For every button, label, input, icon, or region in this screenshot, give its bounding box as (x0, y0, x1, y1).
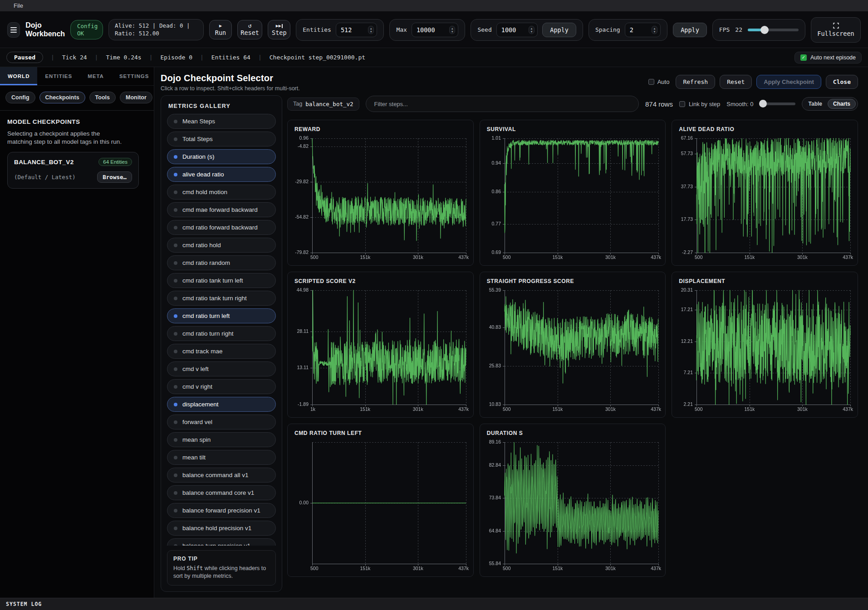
spinner-arrows-icon[interactable]: ▴▾ (368, 26, 374, 34)
metric-label: balance turn precision v1 (182, 542, 250, 546)
metric-dot-icon (174, 332, 177, 336)
metric-item-mean-tilt[interactable]: mean tilt (167, 450, 276, 465)
chip-tools[interactable]: Tools (89, 92, 116, 103)
chart-canvas-straight-progress-score (483, 286, 662, 415)
max-stepper[interactable]: ▴▾ (412, 23, 459, 37)
metric-dot-icon (174, 279, 177, 283)
chart-canvas-displacement (675, 286, 854, 415)
pro-tip-box: PRO TIP Hold Shift while clicking header… (167, 550, 276, 586)
metric-item-cmd-ratio-forward-backward[interactable]: cmd ratio forward backward (167, 220, 276, 235)
menubar: File (0, 0, 868, 12)
spacing-apply-button[interactable]: Apply (673, 23, 707, 37)
refresh-button[interactable]: Refresh (676, 75, 715, 89)
tab-entities[interactable]: ENTITIES (37, 67, 80, 85)
entities-input[interactable] (341, 26, 364, 34)
entities-stepper[interactable]: ▴▾ (336, 23, 378, 37)
run-button[interactable]: ▶ Run (209, 20, 232, 39)
metric-item-mean-steps[interactable]: Mean Steps (167, 114, 276, 129)
toolbar: Dojo Workbench Config OK Alive: 512 | De… (0, 12, 868, 48)
charts-view-button[interactable]: Charts (828, 99, 856, 109)
browse-button[interactable]: Browse… (97, 171, 132, 183)
spacing-stepper[interactable]: ▴▾ (625, 23, 661, 37)
statusbar: Paused |Tick 24|Time 0.24s|Episode 0|Ent… (0, 48, 868, 67)
metric-dot-icon (174, 120, 177, 123)
metric-item-balance-forward-precision-v1[interactable]: balance forward precision v1 (167, 503, 276, 518)
max-input[interactable] (417, 26, 446, 34)
chart-title: ALIVE DEAD RATIO (672, 120, 858, 133)
metric-label: cmd ratio tank turn right (182, 295, 247, 302)
metric-item-cmd-ratio-turn-right[interactable]: cmd ratio turn right (167, 326, 276, 341)
metric-item-balance-turn-precision-v1[interactable]: balance turn precision v1 (167, 538, 276, 546)
auto-next-episode-toggle[interactable]: ✓ Auto next episode (794, 52, 862, 63)
metric-item-balance-command-core-v1[interactable]: balance command core v1 (167, 485, 276, 500)
metric-item-cmd-v-right[interactable]: cmd v right (167, 379, 276, 394)
metric-item-mean-spin[interactable]: mean spin (167, 432, 276, 447)
chart-plot-area (483, 134, 662, 263)
checkbox-checked-icon[interactable]: ✓ (800, 54, 807, 61)
reset-button[interactable]: ↺ Reset (237, 20, 262, 39)
fullscreen-button[interactable]: Fullscreen (811, 17, 861, 43)
spinner-arrows-icon[interactable]: ▴▾ (449, 26, 456, 34)
tab-world[interactable]: WORLD (0, 67, 37, 85)
seed-input[interactable] (501, 26, 525, 34)
auto-checkbox-group[interactable]: Auto (648, 78, 670, 85)
spinner-arrows-icon[interactable]: ▴▾ (529, 26, 535, 34)
spinner-arrows-icon[interactable]: ▴▾ (652, 26, 658, 34)
metric-item-cmd-ratio-tank-turn-right[interactable]: cmd ratio tank turn right (167, 291, 276, 306)
main-panel: Dojo Checkpoint Selector Click a row to … (154, 67, 868, 598)
metric-dot-icon (174, 155, 177, 159)
metric-item-cmd-v-left[interactable]: cmd v left (167, 361, 276, 376)
tab-meta[interactable]: META (80, 67, 112, 85)
apply-checkpoint-button[interactable]: Apply Checkpoint (756, 75, 821, 89)
metric-item-cmd-mae-forward-backward[interactable]: cmd mae forward backward (167, 202, 276, 217)
seed-stepper[interactable]: ▴▾ (496, 23, 538, 37)
metric-label: cmd ratio forward backward (182, 224, 258, 231)
rows-count: 874 rows (645, 100, 673, 108)
metric-item-duration-s[interactable]: Duration (s) (167, 149, 276, 164)
metric-label: cmd ratio turn right (182, 330, 234, 337)
chart-panel-straight-progress-score: STRAIGHT PROGRESS SCORE (480, 272, 666, 418)
seed-apply-button[interactable]: Apply (542, 23, 576, 37)
filter-steps-input[interactable] (366, 96, 639, 112)
tab-settings[interactable]: SETTINGS (112, 67, 157, 85)
link-by-step-checkbox-group[interactable]: Link by step (679, 101, 720, 107)
content-row: METRICS GALLERY Mean StepsTotal StepsDur… (154, 95, 868, 598)
play-icon: ▶ (219, 23, 222, 29)
metric-dot-icon (174, 527, 177, 530)
spacing-input[interactable] (630, 26, 648, 34)
chart-title: SCRIPTED SCORE V2 (288, 272, 473, 285)
smooth-slider-knob[interactable] (759, 100, 767, 107)
chip-monitor[interactable]: Monitor (120, 92, 152, 103)
menu-file[interactable]: File (14, 2, 23, 9)
step-button[interactable]: ▶▶ Step (268, 20, 290, 39)
table-view-button[interactable]: Table (804, 99, 827, 109)
metric-item-cmd-ratio-turn-left[interactable]: cmd ratio turn left (167, 308, 276, 323)
metric-item-cmd-track-mae[interactable]: cmd track mae (167, 344, 276, 359)
checkbox-unchecked-icon[interactable] (679, 101, 685, 107)
chart-plot-area (675, 286, 854, 415)
metric-item-displacement[interactable]: displacement (167, 397, 276, 412)
metric-item-forward-vel[interactable]: forward vel (167, 415, 276, 429)
chart-plot-area (675, 134, 854, 263)
system-log-bar[interactable]: SYSTEM LOG (0, 598, 868, 610)
metric-item-total-steps[interactable]: Total Steps (167, 132, 276, 146)
close-button[interactable]: Close (826, 75, 858, 89)
fps-slider[interactable] (748, 29, 799, 31)
metric-item-alive-dead-ratio[interactable]: alive dead ratio (167, 167, 276, 182)
metric-item-balance-command-all-v1[interactable]: balance command all v1 (167, 468, 276, 483)
model-card[interactable]: BALANCE_BOT_V2 64 Entities (Default / La… (7, 152, 139, 189)
metric-item-cmd-hold-motion[interactable]: cmd hold motion (167, 185, 276, 200)
metric-item-cmd-ratio-tank-turn-left[interactable]: cmd ratio tank turn left (167, 273, 276, 288)
checkbox-unchecked-icon[interactable] (648, 79, 654, 85)
hamburger-menu-icon[interactable] (7, 22, 20, 38)
chart-panel-displacement: DISPLACEMENT (672, 272, 858, 418)
chip-config[interactable]: Config (5, 92, 35, 103)
metric-item-cmd-ratio-random[interactable]: cmd ratio random (167, 255, 276, 270)
fps-slider-knob[interactable] (760, 26, 769, 34)
metric-item-cmd-ratio-hold[interactable]: cmd ratio hold (167, 238, 276, 253)
selector-reset-button[interactable]: Reset (720, 75, 752, 89)
metric-item-balance-hold-precision-v1[interactable]: balance hold precision v1 (167, 521, 276, 536)
chip-checkpoints[interactable]: Checkpoints (39, 92, 85, 103)
status-item-episode: Episode 0 (161, 54, 192, 61)
smooth-slider[interactable] (760, 102, 795, 105)
